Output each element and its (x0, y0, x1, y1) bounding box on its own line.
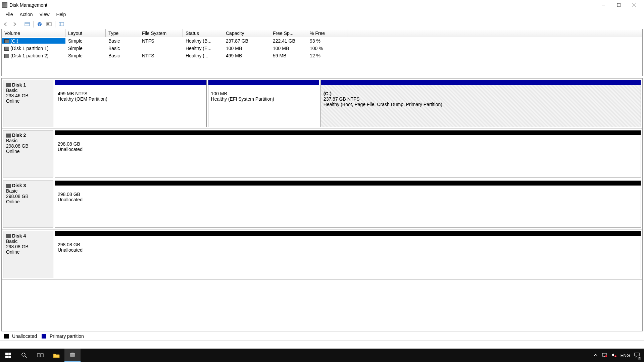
menu-bar: File Action View Help (0, 10, 644, 19)
volume-cell: Healthy (B... (183, 38, 223, 44)
start-button[interactable] (0, 349, 16, 362)
taskview-button[interactable] (32, 349, 48, 362)
volume-row[interactable]: (Disk 1 partition 2)SimpleBasicNTFSHealt… (2, 52, 642, 59)
svg-rect-14 (5, 356, 8, 358)
toolbar: ? (0, 19, 644, 29)
svg-rect-1 (617, 3, 621, 7)
volume-cell: 93 % (307, 38, 347, 44)
col-header-type[interactable]: Type (106, 29, 139, 37)
partition-body: 298.08 GBUnallocated (55, 135, 641, 177)
menu-action[interactable]: Action (16, 11, 36, 18)
legend-unallocated-swatch (4, 334, 9, 339)
col-header-layout[interactable]: Layout (65, 29, 106, 37)
menu-view[interactable]: View (36, 11, 53, 18)
volume-cell: Simple (65, 53, 106, 58)
volume-cell: 499 MB (223, 53, 270, 58)
partition-block[interactable]: 298.08 GBUnallocated (55, 180, 641, 228)
volume-row[interactable]: (C:)SimpleBasicNTFSHealthy (B...237.87 G… (2, 37, 642, 45)
forward-button[interactable] (11, 20, 19, 28)
volume-cell: 100 % (307, 46, 347, 51)
toolbar-btn-4[interactable] (45, 20, 53, 28)
maximize-button[interactable] (611, 0, 627, 10)
svg-text:?: ? (39, 22, 41, 26)
partition-block[interactable]: 499 MB NTFSHealthy (OEM Partition) (55, 80, 207, 127)
volume-row[interactable]: (Disk 1 partition 1)SimpleBasicHealthy (… (2, 45, 642, 52)
partition-area: 298.08 GBUnallocated (55, 130, 641, 177)
volume-list-header: Volume Layout Type File System Status Ca… (2, 29, 642, 37)
partition-body: 100 MBHealthy (EFI System Partition) (208, 85, 319, 127)
menu-help[interactable]: Help (53, 11, 69, 18)
svg-rect-18 (37, 354, 40, 357)
search-button[interactable] (16, 349, 32, 362)
legend-primary-swatch (42, 334, 46, 339)
close-button[interactable] (627, 0, 642, 10)
volume-cell: 59 MB (270, 53, 307, 58)
partition-body: 298.08 GBUnallocated (55, 236, 641, 278)
col-header-filesystem[interactable]: File System (139, 29, 183, 37)
disk-info[interactable]: Disk 1Basic238.46 GBOnline (3, 80, 53, 127)
legend: Unallocated Primary partition (1, 331, 643, 341)
disk-info[interactable]: Disk 2Basic298.08 GBOnline (3, 130, 53, 177)
disk-info[interactable]: Disk 4Basic298.08 GBOnline (3, 231, 53, 278)
volume-cell: 237.87 GB (223, 38, 270, 44)
partition-area: 298.08 GBUnallocated (55, 180, 641, 228)
svg-rect-10 (59, 22, 64, 26)
volume-cell: 12 % (307, 53, 347, 58)
col-header-volume[interactable]: Volume (2, 29, 65, 37)
volume-cell: 100 MB (270, 46, 307, 51)
toolbar-btn-5[interactable] (57, 20, 65, 28)
tray-chevron-icon[interactable] (594, 353, 598, 358)
volume-cell: (Disk 1 partition 1) (2, 46, 65, 51)
partition-header-stripe (321, 80, 641, 85)
disk-info[interactable]: Disk 3Basic298.08 GBOnline (3, 180, 53, 228)
col-header-capacity[interactable]: Capacity (223, 29, 270, 37)
help-button[interactable]: ? (36, 20, 44, 28)
status-bar (0, 341, 644, 349)
volume-cell: Basic (106, 53, 139, 58)
partition-body: 499 MB NTFSHealthy (OEM Partition) (55, 85, 206, 127)
tray-network-icon[interactable]: x (602, 353, 607, 358)
app-icon (2, 2, 7, 8)
partition-block[interactable]: 100 MBHealthy (EFI System Partition) (208, 80, 319, 127)
partition-header-stripe (55, 181, 641, 186)
partition-block[interactable]: (C:)237.87 GB NTFSHealthy (Boot, Page Fi… (320, 80, 641, 127)
volume-cell: NTFS (139, 53, 183, 58)
partition-area: 298.08 GBUnallocated (55, 231, 641, 278)
volume-cell: Basic (106, 38, 139, 44)
taskbar-app-diskmgmt[interactable] (64, 349, 81, 362)
legend-primary-label: Primary partition (50, 333, 84, 339)
partition-block[interactable]: 298.08 GBUnallocated (55, 231, 641, 278)
partition-header-stripe (55, 131, 641, 135)
partition-header-stripe (55, 80, 206, 85)
refresh-button[interactable] (23, 20, 31, 28)
disk-map-pane[interactable]: Disk 1Basic238.46 GBOnline499 MB NTFSHea… (1, 78, 643, 331)
title-bar: Disk Management (0, 0, 644, 10)
col-header-free[interactable]: Free Sp... (270, 29, 307, 37)
svg-rect-19 (41, 354, 43, 357)
disk-row: Disk 1Basic238.46 GBOnline499 MB NTFSHea… (2, 79, 642, 129)
partition-header-stripe (55, 231, 641, 236)
tray-language[interactable]: ENG (621, 353, 630, 358)
volume-cell: Simple (65, 38, 106, 44)
svg-rect-15 (8, 356, 11, 358)
menu-file[interactable]: File (2, 11, 16, 18)
disk-row: Disk 3Basic298.08 GBOnline298.08 GBUnall… (2, 179, 642, 229)
legend-unallocated-label: Unallocated (12, 333, 37, 339)
tray-notifications-icon[interactable]: 3 (634, 352, 640, 359)
volume-cell: (C:) (2, 38, 65, 44)
partition-area: 499 MB NTFSHealthy (OEM Partition)100 MB… (55, 80, 641, 127)
tray-volume-icon[interactable]: x (611, 353, 616, 358)
svg-rect-9 (47, 23, 49, 25)
partition-block[interactable]: 298.08 GBUnallocated (55, 130, 641, 177)
volume-list: Volume Layout Type File System Status Ca… (1, 29, 643, 76)
back-button[interactable] (1, 20, 9, 28)
partition-body: 298.08 GBUnallocated (55, 186, 641, 227)
col-header-pctfree[interactable]: % Free (307, 29, 347, 37)
volume-cell: (Disk 1 partition 2) (2, 53, 65, 58)
volume-cell: 222.41 GB (270, 38, 307, 44)
col-header-status[interactable]: Status (183, 29, 223, 37)
taskbar-app-explorer[interactable] (48, 349, 64, 362)
volume-cell: Simple (65, 46, 106, 51)
minimize-button[interactable] (596, 0, 611, 10)
volume-cell: Healthy (E... (183, 46, 223, 51)
